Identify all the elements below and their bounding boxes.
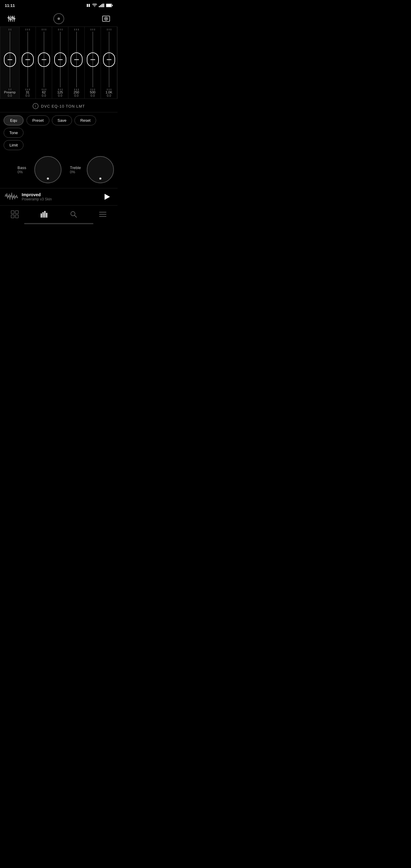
- eq-label-1k: 1.0K: [105, 90, 113, 94]
- play-button[interactable]: [102, 191, 113, 202]
- screenshot-button[interactable]: [101, 13, 112, 24]
- eq-thumb-500[interactable]: [87, 53, 99, 67]
- treble-knob-dot: [99, 178, 101, 180]
- wifi-icon: [92, 4, 97, 7]
- equalizer-sliders-icon[interactable]: [6, 13, 17, 24]
- limit-button[interactable]: Limit: [4, 140, 24, 150]
- eq-thumb-31[interactable]: [22, 53, 34, 67]
- svg-rect-0: [87, 4, 88, 7]
- eq-slider-track-250[interactable]: [76, 32, 77, 87]
- svg-rect-27: [44, 211, 45, 218]
- status-time: 11:11: [5, 3, 15, 8]
- equalizer-nav-icon: [40, 210, 48, 218]
- eq-value-1k: 0.0: [107, 94, 111, 97]
- svg-rect-9: [112, 5, 113, 6]
- eq-value-62: 0.0: [42, 94, 46, 97]
- battery-icon: [106, 4, 113, 7]
- record-dot: [58, 18, 60, 20]
- bottom-nav: [0, 205, 118, 222]
- eq-label-preamp: Preamp: [4, 90, 16, 94]
- svg-rect-8: [106, 4, 111, 7]
- nav-item-menu[interactable]: [94, 209, 112, 219]
- eq-value-500: 0.0: [91, 94, 95, 97]
- eq-band-250[interactable]: 250 0.0: [68, 27, 85, 98]
- treble-value: 0%: [70, 170, 75, 174]
- eq-slider-track-31[interactable]: [27, 32, 28, 87]
- eq-band-1k[interactable]: 1.0K 0.0: [101, 27, 117, 98]
- bass-knob[interactable]: [34, 156, 61, 183]
- eq-label-250: 250: [73, 90, 79, 94]
- tone-button[interactable]: Tone: [4, 128, 24, 138]
- svg-rect-4: [101, 4, 102, 7]
- now-playing-bar: Improved Poweramp v3 Skin: [0, 188, 118, 205]
- svg-rect-28: [46, 213, 47, 218]
- eq-band-62[interactable]: 62 0.0: [36, 27, 52, 98]
- svg-rect-21: [11, 211, 14, 214]
- eq-band-2k[interactable]: 2.0K 0.0: [117, 27, 118, 98]
- info-bar: i DVC EQ-10 TON LMT: [0, 99, 118, 113]
- treble-label: Treble: [70, 165, 81, 170]
- treble-knob-group: Treble 0%: [70, 156, 114, 183]
- nav-item-search[interactable]: [65, 209, 82, 219]
- pause-icon: [86, 3, 90, 7]
- bass-knob-group: Bass 0%: [18, 156, 61, 183]
- bass-value: 0%: [18, 170, 23, 174]
- svg-rect-3: [100, 5, 101, 7]
- svg-rect-1: [89, 4, 90, 7]
- reset-button[interactable]: Reset: [74, 116, 96, 125]
- eq-band-500[interactable]: 500 0.0: [85, 27, 101, 98]
- toolbar: [0, 11, 118, 27]
- eq-label-500: 500: [90, 90, 95, 94]
- eq-thumb-125[interactable]: [54, 53, 66, 67]
- bass-knob-dot: [47, 178, 49, 180]
- svg-rect-22: [15, 211, 19, 214]
- eq-label-62: 62: [42, 90, 45, 94]
- preset-button[interactable]: Preset: [27, 116, 50, 125]
- equ-button[interactable]: Equ: [4, 116, 24, 125]
- status-icons: [86, 3, 113, 7]
- nav-item-grid[interactable]: [6, 209, 24, 219]
- svg-rect-24: [15, 215, 19, 218]
- record-button[interactable]: [53, 13, 64, 24]
- eq-value-31: 0.0: [26, 94, 30, 97]
- svg-rect-5: [102, 4, 103, 7]
- eq-slider-track-500[interactable]: [93, 32, 93, 87]
- play-triangle-icon: [104, 194, 110, 200]
- eq-label-31: 31: [26, 90, 29, 94]
- track-info: Improved Poweramp v3 Skin: [22, 192, 102, 201]
- eq-value-125: 0.0: [58, 94, 62, 97]
- eq-slider-line-preamp: [7, 59, 12, 60]
- svg-rect-6: [104, 4, 104, 7]
- svg-rect-2: [99, 6, 100, 7]
- grid-icon: [11, 210, 19, 218]
- eq-slider-track-preamp[interactable]: [10, 32, 10, 87]
- bass-label-group: Bass 0%: [18, 165, 32, 174]
- eq-slider-track-62[interactable]: [44, 32, 44, 87]
- treble-knob[interactable]: [87, 156, 114, 183]
- track-title: Improved: [22, 192, 102, 197]
- save-button[interactable]: Save: [52, 116, 72, 125]
- eq-thumb-preamp[interactable]: [4, 53, 16, 67]
- info-icon: i: [33, 103, 38, 109]
- nav-item-equalizer[interactable]: [35, 209, 53, 219]
- eq-thumb-1k[interactable]: [103, 53, 115, 67]
- eq-thumb-250[interactable]: [70, 53, 83, 67]
- eq-slider-track-125[interactable]: [60, 32, 61, 87]
- menu-icon: [99, 210, 107, 218]
- eq-value-preamp: 0.0: [8, 94, 12, 97]
- eq-band-preamp[interactable]: Preamp 0.0: [0, 27, 20, 98]
- track-subtitle: Poweramp v3 Skin: [22, 197, 102, 201]
- svg-line-30: [74, 216, 76, 218]
- svg-rect-25: [41, 213, 42, 218]
- scroll-indicator: [24, 223, 93, 224]
- tone-section: Bass 0% Treble 0%: [0, 153, 118, 188]
- waveform-icon: [5, 191, 18, 202]
- eq-value-250: 0.0: [74, 94, 78, 97]
- eq-slider-track-1k[interactable]: [109, 32, 109, 87]
- eq-thumb-62[interactable]: [38, 53, 50, 67]
- treble-label-group: Treble 0%: [70, 165, 84, 174]
- eq-band-31[interactable]: 31 0.0: [20, 27, 36, 98]
- eq-area: Preamp 0.0 31 0.0 62 0.0: [0, 27, 118, 99]
- svg-rect-23: [11, 215, 14, 218]
- eq-band-125[interactable]: 125 0.0: [52, 27, 68, 98]
